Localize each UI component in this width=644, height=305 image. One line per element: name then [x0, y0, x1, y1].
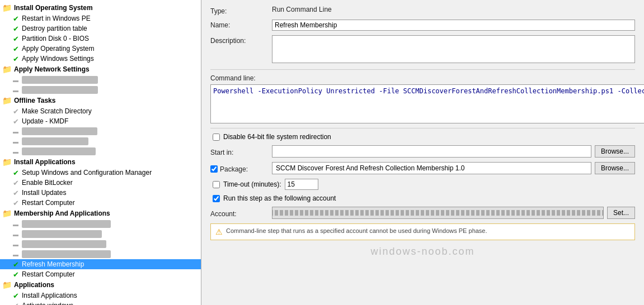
package-label: Package: [220, 165, 248, 173]
status-icon: ✔ [11, 178, 20, 187]
item-label: ████ Computer Membership [22, 220, 111, 228]
set-button[interactable]: Set... [607, 207, 635, 219]
timeout-label: Time-out (minutes): [223, 180, 281, 188]
folder-icon: 📁 [2, 96, 12, 105]
type-label: Type: [210, 6, 272, 15]
tree-item[interactable]: ▬██ Apply Driver Package [0, 126, 201, 136]
item-label: Make Scratch Directory [22, 107, 92, 115]
tree-item[interactable]: ▬████████████████ [0, 75, 201, 85]
tree-item[interactable]: ▬████ Computer Membership [0, 249, 201, 259]
tree-item[interactable]: ✔Partition Disk 0 - BIOS [0, 34, 201, 44]
status-icon: ▬ [11, 127, 20, 136]
tree-item[interactable]: ✔Activate windows [0, 301, 201, 305]
tree-item[interactable]: ✔Update - KMDF [0, 116, 201, 126]
warning-text: Command-line step that runs as a specifi… [226, 227, 487, 234]
description-label: Description: [210, 35, 272, 45]
folder-icon: 📁 [2, 65, 12, 74]
startin-input[interactable] [272, 145, 591, 158]
tree-item[interactable]: ▬████████████████ [0, 85, 201, 95]
name-input[interactable] [272, 20, 635, 31]
status-icon: ✔ [11, 260, 20, 269]
item-label: Set Computer Membership [22, 230, 102, 238]
section-header: 📁Membership And Applications [0, 208, 201, 219]
account-value [272, 207, 604, 219]
status-icon: ▬ [11, 147, 20, 156]
tree-item[interactable]: ✔Make Scratch Directory [0, 106, 201, 116]
tree-item[interactable]: ▬████ Driver Package [0, 136, 201, 146]
item-label: Apply Operating System [22, 45, 94, 53]
item-label: Restart Computer [22, 199, 75, 207]
status-icon: ✔ [11, 301, 20, 305]
tree-item[interactable]: ✔Install Updates [0, 188, 201, 198]
item-label: ████████████████ [22, 76, 98, 84]
tree-item[interactable]: ▬████ Computer Membership [0, 219, 201, 229]
status-icon: ▬ [11, 230, 20, 239]
status-icon: ✔ [11, 291, 20, 300]
status-icon: ✔ [11, 198, 20, 207]
status-icon: ✔ [11, 188, 20, 197]
tree-item[interactable]: ✔Setup Windows and Configuration Manager [0, 168, 201, 178]
startin-label: Start in: [210, 147, 272, 156]
status-icon: ▬ [11, 220, 20, 228]
disable64-checkbox[interactable] [213, 134, 220, 141]
section-header: 📁Apply Network Settings [0, 64, 201, 75]
status-icon: ▬ [11, 250, 20, 259]
runas-label: Run this step as the following account [223, 194, 336, 202]
item-label: Install Updates [22, 189, 66, 197]
type-value: Run Command Line [272, 6, 635, 13]
startin-browse-button[interactable]: Browse... [595, 145, 635, 158]
folder-icon: 📁 [2, 209, 12, 218]
tree-item[interactable]: ✔Apply Windows Settings [0, 54, 201, 64]
warning-icon: ⚠ [215, 227, 223, 236]
status-icon: ✔ [11, 270, 20, 279]
commandline-input[interactable]: Powershell -ExecutionPolicy Unrestricted… [210, 84, 644, 123]
name-label: Name: [210, 20, 272, 29]
section-header: 📁Offline Tasks [0, 95, 201, 106]
tree-item[interactable]: ✔Restart Computer [0, 269, 201, 279]
folder-icon: 📁 [2, 3, 12, 12]
folder-icon: 📁 [2, 280, 12, 289]
item-label: Setup Windows and Configuration Manager [22, 169, 152, 177]
item-label: Destroy partition table [22, 25, 87, 32]
tree-item[interactable]: ✔Refresh Membership [0, 259, 201, 269]
section-header: 📁Install Applications [0, 156, 201, 168]
status-icon: ✔ [11, 168, 20, 177]
status-icon: ✔ [11, 24, 20, 33]
tree-item[interactable]: ▬0 - Apply Driver Package [0, 146, 201, 156]
package-checkbox[interactable] [210, 165, 218, 173]
tree-item[interactable]: ▬- Set Computer Membership [0, 239, 201, 249]
section-header: 📁Install Operating System [0, 2, 201, 13]
item-label: ████████████████ [22, 86, 98, 94]
task-sequence-tree: 📁Install Operating System✔Restart in Win… [0, 0, 201, 305]
folder-icon: 📁 [2, 158, 12, 166]
timeout-checkbox[interactable] [213, 181, 220, 188]
description-input[interactable] [272, 35, 635, 63]
package-value: SCCM Discover Forest And Refresh Collect… [272, 162, 591, 174]
item-label: - Set Computer Membership [22, 240, 106, 248]
commandline-label: Command line: [210, 74, 256, 82]
item-label: Restart Computer [22, 270, 75, 278]
tree-item[interactable]: ✔Install Applications [0, 290, 201, 301]
item-label: Partition Disk 0 - BIOS [22, 35, 89, 42]
section-header: 📁Applications [0, 279, 201, 290]
item-label: Refresh Membership [22, 260, 84, 268]
status-icon: ▬ [11, 240, 20, 249]
tree-item[interactable]: ✔Enable BitLocker [0, 178, 201, 188]
tree-item[interactable]: ✔Restart Computer [0, 198, 201, 208]
runas-checkbox[interactable] [213, 195, 220, 202]
status-icon: ✔ [11, 34, 20, 43]
status-icon: ✔ [11, 14, 20, 23]
package-browse-button[interactable]: Browse... [595, 162, 635, 174]
status-icon: ▬ [11, 85, 20, 94]
item-label: ████ Computer Membership [22, 250, 111, 258]
tree-item[interactable]: ✔Apply Operating System [0, 44, 201, 54]
timeout-input[interactable] [285, 179, 318, 190]
item-label: 0 - Apply Driver Package [22, 147, 96, 155]
item-label: Restart in Windows PE [22, 15, 91, 22]
status-icon: ▬ [11, 75, 20, 84]
tree-item[interactable]: ✔Restart in Windows PE [0, 13, 201, 23]
tree-item[interactable]: ✔Destroy partition table [0, 23, 201, 34]
tree-item[interactable]: ▬Set Computer Membership [0, 229, 201, 239]
item-label: Update - KMDF [22, 117, 68, 125]
item-label: ████ Driver Package [22, 137, 88, 145]
